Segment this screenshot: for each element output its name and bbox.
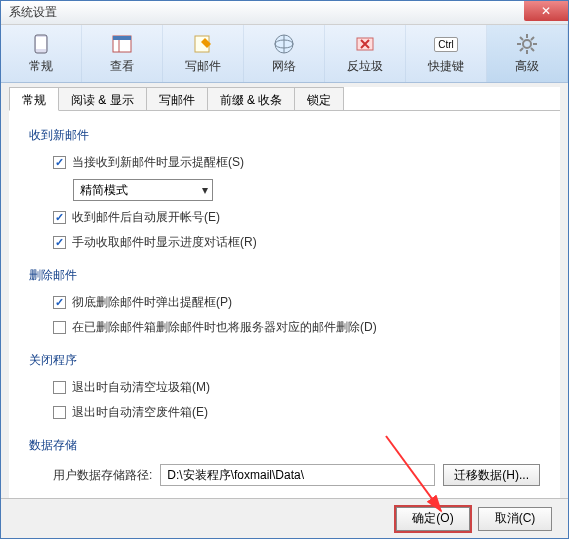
cancel-button[interactable]: 取消(C) xyxy=(478,507,552,531)
toolbar-spam[interactable]: 反垃圾 xyxy=(325,25,406,82)
label-delete-confirm[interactable]: 彻底删除邮件时弹出提醒框(P) xyxy=(72,294,232,311)
checkbox-auto-expand[interactable] xyxy=(53,211,66,224)
label-empty-trash[interactable]: 退出时自动清空垃圾箱(M) xyxy=(72,379,210,396)
settings-window: 系统设置 ✕ 常规 查看 写邮件 网络 反垃圾 Ctrl 快捷键 xyxy=(0,0,569,539)
toolbar-network[interactable]: 网络 xyxy=(244,25,325,82)
tab-prefix-receipt[interactable]: 前缀 & 收条 xyxy=(207,87,296,110)
svg-point-10 xyxy=(523,40,531,48)
label-notify-new-mail[interactable]: 当接收到新邮件时显示提醒框(S) xyxy=(72,154,244,171)
sub-tabbar: 常规 阅读 & 显示 写邮件 前缀 & 收条 锁定 xyxy=(9,87,560,111)
ok-button[interactable]: 确定(O) xyxy=(396,507,470,531)
section-delete-title: 删除邮件 xyxy=(29,267,540,284)
globe-icon xyxy=(272,32,296,56)
input-data-path[interactable] xyxy=(160,464,435,486)
section-storage-title: 数据存储 xyxy=(29,437,540,454)
section-close-title: 关闭程序 xyxy=(29,352,540,369)
migrate-data-button[interactable]: 迁移数据(H)... xyxy=(443,464,540,486)
label-data-path: 用户数据存储路径: xyxy=(53,467,152,484)
label-auto-expand[interactable]: 收到邮件后自动展开帐号(E) xyxy=(72,209,220,226)
label-empty-junk[interactable]: 退出时自动清空废件箱(E) xyxy=(72,404,208,421)
window-close-button[interactable]: ✕ xyxy=(524,1,568,21)
checkbox-delete-confirm[interactable] xyxy=(53,296,66,309)
content-panel: 收到新邮件 当接收到新邮件时显示提醒框(S) 精简模式 收到邮件后自动展开帐号(… xyxy=(9,111,560,501)
dropdown-value: 精简模式 xyxy=(80,182,128,199)
label-show-progress[interactable]: 手动收取邮件时显示进度对话框(R) xyxy=(72,234,257,251)
window-title: 系统设置 xyxy=(9,4,57,21)
layout-icon xyxy=(110,32,134,56)
device-icon xyxy=(29,32,53,56)
svg-rect-4 xyxy=(113,36,131,40)
close-icon: ✕ xyxy=(541,4,551,18)
ctrl-key-icon: Ctrl xyxy=(434,32,458,56)
toolbar-compose[interactable]: 写邮件 xyxy=(163,25,244,82)
toolbar-shortcuts[interactable]: Ctrl 快捷键 xyxy=(406,25,487,82)
checkbox-empty-junk[interactable] xyxy=(53,406,66,419)
titlebar: 系统设置 ✕ xyxy=(1,1,568,25)
checkbox-show-progress[interactable] xyxy=(53,236,66,249)
toolbar-general[interactable]: 常规 xyxy=(1,25,82,82)
dialog-footer: 确定(O) 取消(C) xyxy=(1,498,568,538)
compose-icon xyxy=(191,32,215,56)
section-receive-title: 收到新邮件 xyxy=(29,127,540,144)
tab-general[interactable]: 常规 xyxy=(9,87,59,111)
tab-compose[interactable]: 写邮件 xyxy=(146,87,208,110)
checkbox-delete-server[interactable] xyxy=(53,321,66,334)
label-delete-server[interactable]: 在已删除邮件箱删除邮件时也将服务器对应的邮件删除(D) xyxy=(72,319,377,336)
toolbar-advanced[interactable]: 高级 xyxy=(487,25,568,82)
tab-lock[interactable]: 锁定 xyxy=(294,87,344,110)
checkbox-notify-new-mail[interactable] xyxy=(53,156,66,169)
tab-read-display[interactable]: 阅读 & 显示 xyxy=(58,87,147,110)
checkbox-empty-trash[interactable] xyxy=(53,381,66,394)
main-toolbar: 常规 查看 写邮件 网络 反垃圾 Ctrl 快捷键 高级 xyxy=(1,25,568,83)
svg-rect-1 xyxy=(36,37,46,49)
dropdown-notify-mode[interactable]: 精简模式 xyxy=(73,179,213,201)
gear-icon xyxy=(515,32,539,56)
spam-icon xyxy=(353,32,377,56)
toolbar-view[interactable]: 查看 xyxy=(82,25,163,82)
